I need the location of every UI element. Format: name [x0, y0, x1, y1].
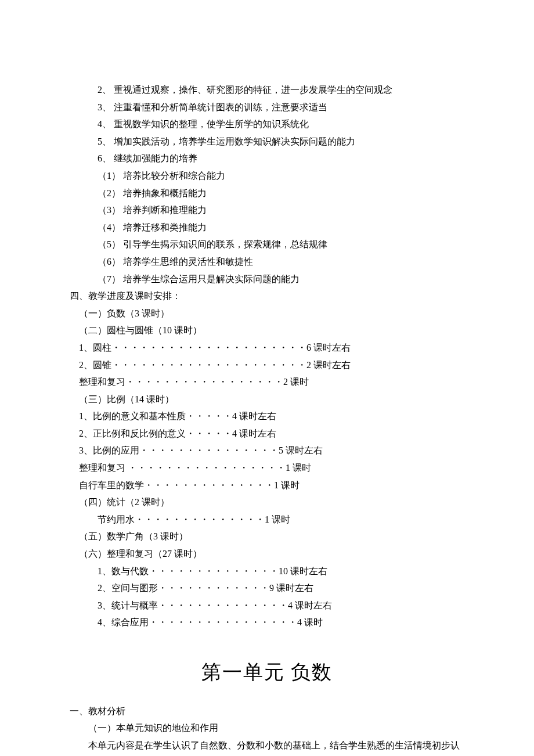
- body-paragraph: 本单元内容是在学生认识了自然数、分数和小数的基础上，结合学生熟悉的生活情境初步认…: [70, 737, 464, 756]
- schedule-line: 2、空间与图形・・・・・・・・・・・・9 课时左右: [70, 579, 464, 597]
- schedule-line: 节约用水・・・・・・・・・・・・・・1 课时: [70, 511, 464, 528]
- unit-body: 一、教材分析 （一）本单元知识的地位和作用 本单元内容是在学生认识了自然数、分数…: [70, 703, 464, 756]
- schedule-line: （一）负数（3 课时）: [70, 305, 464, 322]
- schedule-line: 2、正比例和反比例的意义・・・・・4 课时左右: [70, 425, 464, 442]
- list-subitem: （1） 培养比较分析和综合能力: [70, 167, 464, 185]
- schedule-line: 1、数与代数・・・・・・・・・・・・・・10 课时左右: [70, 563, 464, 580]
- schedule-line: （三）比例（14 课时）: [70, 391, 464, 408]
- schedule-line: 1、比例的意义和基本性质・・・・・4 课时左右: [70, 408, 464, 425]
- list-subitem: （6） 培养学生思维的灵活性和敏捷性: [70, 253, 464, 271]
- list-item: 6、 继续加强能力的培养: [70, 150, 464, 167]
- schedule-line: 2、圆锥・・・・・・・・・・・・・・・・・・・・・2 课时左右: [70, 357, 464, 374]
- schedule-line: （六）整理和复习（27 课时）: [70, 545, 464, 563]
- list-item: 2、 重视通过观察，操作、研究图形的特征，进一步发展学生的空间观念: [70, 81, 464, 99]
- list-subitem: （7） 培养学生综合运用只是解决实际问题的能力: [70, 271, 464, 288]
- schedule-line: 3、统计与概率・・・・・・・・・・・・・・4 课时左右: [70, 597, 464, 614]
- schedule-line: 自行车里的数学・・・・・・・・・・・・・・1 课时: [70, 477, 464, 494]
- list-subitem: （5） 引导学生揭示知识间的联系，探索规律，总结规律: [70, 236, 464, 253]
- subsection-heading: 一、教材分析: [70, 703, 464, 720]
- list-item: 5、 增加实践活动，培养学生运用数学知识解决实际问题的能力: [70, 133, 464, 150]
- schedule-line: （二）圆柱与圆锥（10 课时）: [70, 322, 464, 339]
- schedule-line: （五）数学广角（3 课时）: [70, 528, 464, 545]
- list-subitem: （2） 培养抽象和概括能力: [70, 185, 464, 202]
- schedule-line: （四）统计（2 课时）: [70, 494, 464, 511]
- schedule-line: 整理和复习 ・・・・・・・・・・・・・・・・・1 课时: [70, 459, 464, 477]
- top-numbered-list: 2、 重视通过观察，操作、研究图形的特征，进一步发展学生的空间观念 3、 注重看…: [70, 81, 464, 287]
- unit-title: 第一单元 负数: [70, 654, 464, 691]
- schedule-line: 4、综合应用・・・・・・・・・・・・・・・・4 课时: [70, 614, 464, 631]
- list-subitem: （3） 培养判断和推理能力: [70, 201, 464, 219]
- schedule-line: 3、比例的应用・・・・・・・・・・・・・・・5 课时左右: [70, 442, 464, 459]
- section-four: 四、教学进度及课时安排： （一）负数（3 课时） （二）圆柱与圆锥（10 课时）…: [70, 287, 464, 631]
- list-subitem: （4） 培养迁移和类推能力: [70, 219, 464, 236]
- subsection-subheading: （一）本单元知识的地位和作用: [70, 719, 464, 737]
- section-heading: 四、教学进度及课时安排：: [70, 287, 464, 305]
- list-item: 4、 重视数学知识的整理，使学生所学的知识系统化: [70, 116, 464, 133]
- schedule-line: 整理和复习・・・・・・・・・・・・・・・・・2 课时: [70, 373, 464, 391]
- schedule-line: 1、圆柱・・・・・・・・・・・・・・・・・・・・・6 课时左右: [70, 339, 464, 357]
- list-item: 3、 注重看懂和分析简单统计图表的训练，注意要求适当: [70, 99, 464, 116]
